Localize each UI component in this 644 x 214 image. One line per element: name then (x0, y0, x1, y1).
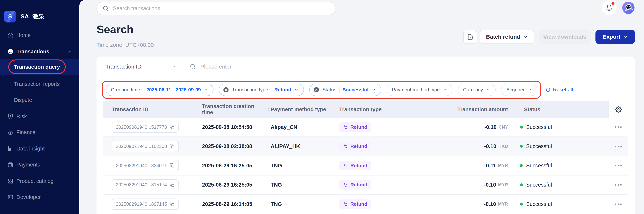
chevron-down-icon (528, 88, 532, 92)
transfer-icon (8, 49, 14, 55)
col-transaction-id: Transaction ID (103, 101, 202, 118)
workspace-switcher[interactable]: S SA_澈泉 (4, 11, 44, 23)
filter-chip-transaction-type[interactable]: Transaction type Refund (219, 84, 304, 96)
refund-tag: Refund (339, 180, 371, 190)
document-button[interactable] (463, 30, 477, 44)
refund-arrow-icon (343, 163, 348, 168)
sidebar: S SA_澈泉 Home Transactions Transaction qu… (0, 0, 79, 214)
table-row: 202509071940...102308 2025-09-08 02:38:0… (103, 137, 628, 156)
refund-arrow-icon (343, 144, 348, 149)
workspace-logo: S (4, 11, 16, 23)
robot-avatar-icon (622, 2, 634, 14)
sidebar-item-data-insight[interactable]: Data insight (0, 143, 79, 155)
search-icon (102, 5, 109, 11)
col-transaction-type: Transaction type (339, 101, 408, 118)
chevron-down-icon (443, 88, 447, 92)
row-actions-menu[interactable] (615, 184, 622, 186)
remove-filter-icon[interactable] (223, 87, 229, 93)
table-settings (608, 101, 628, 118)
table-header: Transaction ID Transaction creation time… (103, 101, 628, 118)
filter-chip-creation-time[interactable]: Creation time 2025-06-11 - 2025-09-09 (106, 84, 214, 96)
reset-all-button[interactable]: Reset all (546, 87, 573, 93)
col-status: Status (508, 101, 608, 118)
bell-icon (606, 4, 613, 11)
refresh-icon (546, 87, 551, 92)
sidebar-item-home[interactable]: Home (0, 29, 79, 41)
filter-chip-status[interactable]: Status Successful (309, 84, 381, 96)
transaction-id-box[interactable]: 202509081940...517778 (112, 121, 179, 133)
refund-tag: Refund (339, 200, 371, 209)
transaction-id-box[interactable]: 202508291940...897145 (112, 199, 179, 210)
col-payment-method: Payment method type (271, 101, 339, 118)
wallet-icon (8, 162, 14, 168)
filter-chip-currency[interactable]: Currency (458, 84, 496, 96)
user-avatar[interactable] (622, 2, 634, 14)
terminal-icon (8, 194, 14, 200)
home-icon (8, 32, 14, 38)
refund-tag: Refund (339, 122, 371, 132)
status-dot (520, 203, 523, 206)
sidebar-item-risk[interactable]: Risk (0, 111, 79, 122)
notifications-button[interactable] (602, 0, 616, 15)
global-search (96, 2, 336, 15)
chevron-down-icon (294, 88, 298, 92)
status-dot (520, 126, 523, 128)
copy-icon[interactable] (170, 202, 175, 207)
filter-chip-payment-method-type[interactable]: Payment method type (386, 84, 452, 96)
row-actions-menu[interactable] (615, 165, 622, 166)
sidebar-item-dispute[interactable]: Dispute (0, 94, 79, 106)
row-actions-menu[interactable] (615, 146, 622, 147)
table-row: 202508291940...834071 2025-08-29 16:25:0… (103, 156, 628, 176)
sidebar-item-product-catalog[interactable]: Product catalog (0, 176, 79, 187)
chevron-down-icon (171, 64, 176, 69)
row-actions-menu[interactable] (615, 204, 622, 205)
remove-filter-icon[interactable] (313, 87, 320, 93)
sidebar-item-finance[interactable]: Finance (0, 127, 79, 138)
sort-icon[interactable] (267, 107, 271, 112)
refund-tag: Refund (339, 142, 371, 151)
gear-icon[interactable] (615, 106, 622, 113)
copy-icon[interactable] (170, 163, 175, 168)
page-title: Search (96, 23, 134, 36)
filter-chip-acquirer[interactable]: Acquirer (501, 84, 537, 96)
status-dot (520, 145, 523, 148)
copy-icon[interactable] (170, 144, 175, 149)
sidebar-item-transaction-reports[interactable]: Transaction reports (0, 78, 79, 90)
query-row: Transaction ID (96, 57, 635, 77)
annotated-filter-chips: Creation time 2025-06-11 - 2025-09-09 Tr… (106, 84, 537, 96)
export-button[interactable]: Export (596, 30, 635, 44)
batch-refund-button[interactable]: Batch refund (480, 30, 534, 44)
chevron-up-icon (67, 49, 72, 54)
shield-icon (8, 113, 14, 119)
chevron-down-icon (623, 35, 628, 39)
search-icon (190, 64, 196, 70)
status-dot (520, 183, 523, 186)
copy-icon[interactable] (170, 125, 175, 130)
sidebar-item-transaction-query[interactable]: Transaction query (0, 59, 79, 75)
sidebar-item-transactions[interactable]: Transactions (0, 46, 79, 57)
grid-icon (8, 178, 14, 184)
refund-arrow-icon (343, 183, 348, 188)
status-dot (520, 164, 523, 167)
query-input[interactable] (200, 63, 628, 70)
copy-icon[interactable] (170, 183, 175, 188)
table-row: 202508291940...897145 2025-08-29 16:14:0… (103, 195, 628, 214)
query-input-wrap (182, 63, 635, 70)
view-downloads-button[interactable]: View downloads (539, 30, 590, 44)
search-field-selector[interactable]: Transaction ID (96, 64, 182, 70)
transaction-id-box[interactable]: 202508291940...834071 (112, 160, 179, 171)
notification-badge (612, 2, 614, 5)
file-icon (467, 34, 473, 40)
row-actions-menu[interactable] (615, 126, 622, 128)
divider (339, 87, 340, 93)
bar-chart-icon (8, 146, 14, 152)
sidebar-item-payments[interactable]: Payments (0, 159, 79, 171)
results-card: Transaction ID Creation time 2025- (96, 57, 635, 214)
transaction-id-box[interactable]: 202509071940...102308 (112, 141, 179, 152)
col-transaction-amount: Transaction amount (408, 101, 508, 118)
table-row: 202509081940...517778 2025-09-08 10:54:5… (103, 118, 628, 137)
col-creation-time: Transaction creation time (202, 101, 271, 118)
transaction-id-box[interactable]: 202508291940...815174 (112, 179, 179, 190)
global-search-input[interactable] (112, 5, 330, 12)
sidebar-item-developer[interactable]: Developer (0, 191, 79, 203)
